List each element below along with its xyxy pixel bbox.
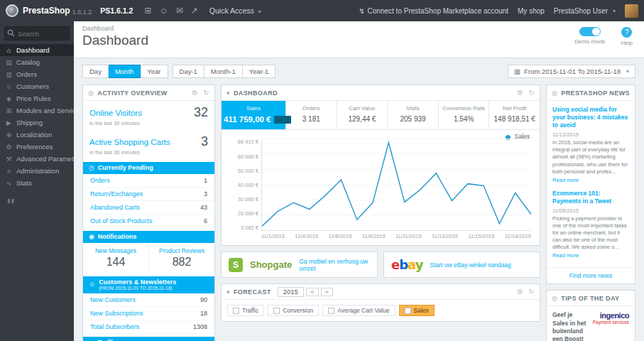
notifications-header: ◉ Notifications [83, 231, 214, 243]
next-year-button[interactable]: » [321, 288, 333, 296]
shop-name-link[interactable]: PS1.6.1.2 [100, 6, 133, 15]
dashboard-panel-header: ▾ DASHBOARD ⚙ ↻ [222, 85, 540, 101]
mail-icon[interactable]: ✉ [176, 6, 183, 16]
sidebar-item-administration[interactable]: ≡Administration [0, 165, 74, 177]
filter-month-button[interactable]: Month [109, 65, 141, 78]
sidebar-collapse-icon[interactable]: ▮▮ [7, 197, 74, 204]
sidebar-item-label: Stats [16, 179, 32, 187]
kpi-cart-value-tab[interactable]: Cart Value 129,44 € [337, 101, 388, 129]
sidebar-item-shipping[interactable]: ▶Shipping [0, 117, 74, 129]
cart-icon[interactable]: ⊞ [144, 6, 151, 16]
preferences-icon: ⚙ [4, 144, 13, 151]
abandoned-carts-link[interactable]: Abandoned Carts [90, 204, 140, 211]
breadcrumb[interactable]: Dashboard [82, 25, 635, 32]
user-menu[interactable]: PrestaShop User ▾ [554, 7, 616, 15]
date-range-picker[interactable]: ▦ From 2015-11-01 To 2015-11-18 ▾ [508, 65, 635, 78]
sidebar-item-advanced-parameters[interactable]: ⚒Advanced Parameters [0, 153, 74, 165]
chevron-down-icon: ▾ [613, 8, 616, 14]
checkbox-icon [273, 308, 280, 314]
demo-mode-toggle[interactable] [579, 27, 601, 36]
product-reviews-cell[interactable]: Product Reviews 882 [148, 243, 214, 274]
read-more-link[interactable]: Read more [552, 252, 629, 259]
user-icon[interactable]: ☺ [159, 6, 168, 16]
chevron-down-icon[interactable]: ▾ [227, 90, 230, 97]
quick-access-label: Quick Access [209, 6, 254, 15]
new-subscriptions-link[interactable]: New Subscriptions [90, 310, 143, 317]
catalog-icon: ▤ [4, 59, 13, 66]
checkbox-icon [405, 308, 411, 314]
gear-icon[interactable]: ⚙ [192, 89, 198, 97]
forecast-year-select[interactable]: 2015 [278, 287, 305, 297]
online-visitors-link[interactable]: Online Visitors [89, 109, 142, 117]
refresh-icon[interactable]: ↻ [528, 288, 535, 296]
kpi-label: Orders [288, 105, 334, 112]
marketplace-connect-link[interactable]: ↯ Connect to PrestaShop Marketplace acco… [359, 7, 508, 15]
kpi-label: Visits [390, 105, 436, 112]
article-title-link[interactable]: Using social media for your business: 4 … [552, 106, 629, 129]
gear-icon[interactable]: ⚙ [517, 288, 523, 296]
my-shop-link[interactable]: My shop [518, 7, 545, 15]
customers-row: New Subscriptions18 [83, 307, 214, 320]
article-excerpt: In 2015, social media are an integral pa… [552, 139, 629, 175]
find-more-news-link[interactable]: Find more news [547, 267, 635, 283]
chart-plot-area[interactable] [261, 139, 531, 231]
refresh-icon[interactable]: ↻ [203, 89, 209, 97]
calendar-icon: ▦ [514, 67, 520, 75]
help-icon[interactable]: ? [621, 27, 632, 38]
total-subscribers-link[interactable]: Total Subscribers [90, 323, 139, 330]
sidebar-item-stats[interactable]: ∿Stats [0, 177, 74, 189]
read-more-link[interactable]: Read more [552, 177, 629, 183]
kpi-visits-tab[interactable]: Visits 205 939 [388, 101, 439, 129]
pending-orders-link[interactable]: Orders [90, 177, 110, 184]
article-title-link[interactable]: Ecommerce 101: Payments in a Tweet [552, 190, 629, 205]
refresh-icon[interactable]: ↻ [528, 89, 535, 97]
filter-day-1-button[interactable]: Day-1 [173, 65, 204, 78]
gear-icon[interactable]: ⚙ [517, 89, 523, 97]
kpi-orders-tab[interactable]: Orders 3 181 [286, 101, 337, 129]
avatar[interactable] [625, 4, 638, 18]
online-visitors-subtitle: in the last 30 minutes [83, 120, 214, 130]
forecast-sales-toggle[interactable]: Sales [399, 305, 435, 316]
ebay-link[interactable]: Start uw eBay-winkel vandaag [430, 261, 511, 269]
kpi-net-profit-tab[interactable]: Net Profit 148 918,51 € [489, 101, 540, 129]
activity-column: ◎ ACTIVITY OVERVIEW ⚙ ↻ Online Visitors … [82, 85, 215, 341]
kpi-tabs: Sales 411 759,00 € Orders 3 181 Cart Val… [222, 101, 540, 130]
forecast-conversion-toggle[interactable]: Conversion [268, 305, 319, 316]
filter-year-1-button[interactable]: Year-1 [243, 65, 276, 78]
sidebar-item-customers[interactable]: ☺Customers [0, 80, 74, 92]
filter-month-1-button[interactable]: Month-1 [204, 65, 243, 78]
sidebar-item-localization[interactable]: ⊕Localization [0, 129, 74, 141]
shopgate-module: S Shopgate Ga mobiel en verhoog uw omzet [221, 251, 378, 278]
forecast-panel: ▾ FORECAST 2015 « » ⚙ ↻ Traffic Conversi… [221, 283, 540, 322]
pending-returns-link[interactable]: Return/Exchanges [90, 190, 143, 197]
filter-year-button[interactable]: Year [141, 65, 168, 78]
y-tick: 60 000 € [224, 153, 258, 160]
new-messages-cell[interactable]: New Messages 144 [83, 243, 148, 274]
rocket-icon[interactable]: ↗ [191, 6, 198, 16]
previous-year-button[interactable]: « [306, 288, 318, 296]
chevron-down-icon[interactable]: ▾ [227, 288, 230, 296]
forecast-avg-cart-toggle[interactable]: Average Cart Value [322, 305, 395, 316]
sidebar-item-dashboard[interactable]: ⌂Dashboard [0, 44, 74, 56]
active-carts-link[interactable]: Active Shopping Carts [89, 138, 170, 146]
kpi-conversion-rate-tab[interactable]: Conversion Rate 1.54% [439, 101, 490, 129]
sidebar-item-price-rules[interactable]: ◈Price Rules [0, 92, 74, 104]
stats-icon: ∿ [4, 180, 13, 187]
out-of-stock-link[interactable]: Out of Stock Products [90, 217, 153, 224]
quick-access-menu[interactable]: Quick Access ▾ [209, 6, 261, 15]
sidebar-item-orders[interactable]: ▥Orders [0, 68, 74, 80]
sidebar-item-modules[interactable]: ⊞Modules and Services [0, 104, 74, 117]
prestashop-admin: PrestaShop 1.6.1.2 PS1.6.1.2 ⊞ ☺ ✉ ↗ Qui… [0, 0, 644, 341]
shopgate-icon: S [229, 258, 243, 272]
kpi-sales-tab[interactable]: Sales 411 759,00 € [222, 101, 286, 129]
shopgate-link[interactable]: Ga mobiel en verhoog uw omzet [299, 258, 370, 272]
forecast-traffic-toggle[interactable]: Traffic [227, 305, 264, 316]
kpi-label: Net Profit [491, 105, 537, 112]
toggle-knob [592, 28, 600, 36]
sidebar-item-preferences[interactable]: ⚙Preferences [0, 141, 74, 153]
sidebar-item-catalog[interactable]: ▤Catalog [0, 56, 74, 68]
filter-day-button[interactable]: Day [82, 65, 109, 78]
localization-icon: ⊕ [4, 131, 13, 139]
sidebar-search [4, 26, 70, 40]
new-customers-link[interactable]: New Customers [90, 296, 136, 303]
